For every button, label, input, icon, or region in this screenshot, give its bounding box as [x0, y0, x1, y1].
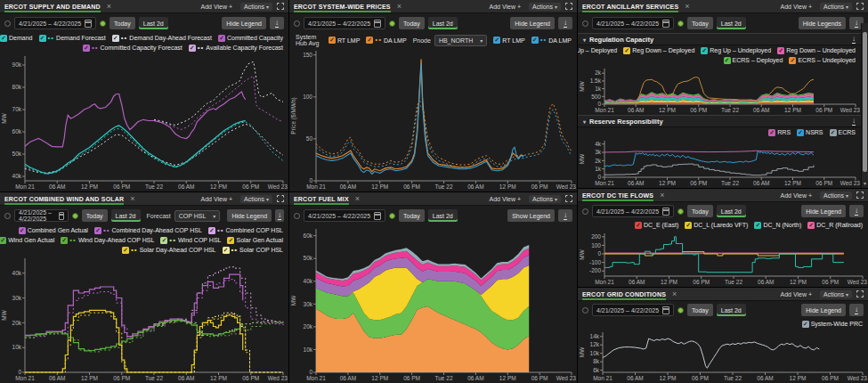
expand-icon[interactable]	[856, 3, 864, 10]
fuel-mix-chart[interactable]: Mon 2106 AM12 PM06 PMTue 2206 AM12 PM06 …	[289, 225, 577, 383]
checkbox[interactable]: ✓	[208, 227, 215, 234]
add-view-button[interactable]: Add View +	[486, 3, 524, 11]
calendar-icon[interactable]	[85, 20, 92, 28]
checkbox[interactable]: ✓	[777, 47, 784, 54]
add-view-button[interactable]: Add View +	[198, 3, 236, 11]
hide-legends-button[interactable]: Hide Legends	[799, 17, 846, 29]
legend-item[interactable]: ✓••Demand Day-Ahead Forecast	[112, 35, 212, 42]
radio-button[interactable]	[582, 20, 588, 27]
checkbox[interactable]: ✓	[789, 57, 796, 64]
expand-icon[interactable]	[565, 195, 572, 202]
checkbox[interactable]: ✓	[223, 247, 230, 254]
checkbox[interactable]: ✓	[493, 37, 500, 44]
checkbox[interactable]: ✓	[329, 37, 336, 44]
pnode-dropdown[interactable]: HB_NORTH▾	[434, 35, 487, 46]
close-icon[interactable]: ×	[685, 3, 689, 11]
legend-item[interactable]: ✓••Solar Day-Ahead COP HSL	[122, 247, 215, 254]
actions-button[interactable]: Actions▾	[820, 290, 852, 298]
legend-item[interactable]: ✓Reg Up – Undeployed	[701, 47, 771, 54]
close-icon[interactable]: ×	[130, 195, 134, 203]
checkbox[interactable]: ✓	[189, 45, 196, 52]
legend-item[interactable]: ✓Solar Gen Actual	[227, 237, 283, 244]
download-button[interactable]: ↓	[849, 304, 864, 316]
legend-item[interactable]: ✓••DA LMP	[366, 37, 406, 44]
dc-tie-flows-chart[interactable]: Mon 2106 AM12 PM06 PMTue 2206 AM12 PM06 …	[578, 230, 868, 287]
checkbox[interactable]: ✓	[39, 35, 46, 42]
date-range-input[interactable]: 4/21/2025 – 4/22/2025	[304, 17, 385, 29]
checkbox[interactable]: ✓	[227, 237, 234, 244]
hide-legend-button[interactable]: Hide Legend	[801, 304, 846, 316]
scrollbar-thumb[interactable]	[863, 32, 867, 172]
checkbox[interactable]: ✓	[830, 129, 837, 136]
hide-legend-button[interactable]: Hide Legend	[801, 205, 846, 217]
legend-item[interactable]: ✓••Demand Forecast	[39, 35, 106, 42]
date-range-input[interactable]: 4/21/2025 – 4/22/2025	[14, 209, 69, 222]
last-2d-button[interactable]: Last 2d	[111, 209, 141, 222]
hide-legend-button[interactable]: Hide Legend	[510, 17, 555, 29]
radio-button[interactable]	[294, 20, 300, 27]
calendar-icon[interactable]	[374, 212, 381, 220]
legend-item[interactable]: ✓Reg Down – Deployed	[623, 47, 694, 54]
legend-item[interactable]: ✓Committed Capacity	[218, 35, 283, 42]
legend-item[interactable]: ✓DC_L (Laredo VFT)	[685, 222, 748, 229]
last-2d-button[interactable]: Last 2d	[139, 17, 168, 29]
calendar-icon[interactable]	[662, 208, 669, 216]
scroll-down-arrow-icon[interactable]: ▾	[862, 180, 868, 186]
checkbox[interactable]: ✓	[112, 35, 119, 42]
legend-item[interactable]: ✓DC_E (East)	[635, 222, 678, 229]
expand-icon[interactable]	[856, 290, 864, 297]
actions-button[interactable]: Actions▾	[820, 192, 852, 200]
legend-item[interactable]: ✓DC_R (Railroad)	[807, 222, 863, 229]
actions-button[interactable]: Actions▾	[240, 195, 272, 203]
section-header-reserve-responsibility[interactable]: ▾ Reserve Responsibility ↓	[578, 115, 861, 127]
checkbox[interactable]: ✓	[0, 35, 7, 42]
legend-item[interactable]: ✓••Solar COP HSL	[223, 247, 284, 254]
calendar-icon[interactable]	[662, 306, 669, 314]
close-icon[interactable]: ×	[672, 290, 677, 298]
checkbox[interactable]: ✓	[797, 129, 804, 136]
checkbox[interactable]: ✓	[218, 35, 225, 42]
today-button[interactable]: Today	[82, 209, 108, 222]
last-2d-button[interactable]: Last 2d	[717, 304, 746, 316]
reserve-responsibility-chart[interactable]: Mon 2106 AM12 PM06 PMTue 2206 AM12 PM06 …	[578, 137, 861, 188]
download-button[interactable]: ↓	[275, 209, 284, 222]
legend-item[interactable]: ✓••Available Capacity Forecast	[189, 45, 283, 52]
close-icon[interactable]: ×	[107, 3, 111, 11]
legend-item[interactable]: ✓Reg Up – Deployed	[578, 47, 617, 54]
checkbox[interactable]: ✓	[685, 222, 692, 229]
last-2d-button[interactable]: Last 2d	[717, 17, 746, 29]
scrollbar[interactable]: ▾	[861, 23, 868, 188]
radio-button[interactable]	[582, 307, 588, 314]
expand-icon[interactable]	[277, 195, 284, 202]
download-button[interactable]: ↓	[558, 209, 572, 222]
date-range-input[interactable]: 4/21/2025 – 4/22/2025	[592, 304, 674, 316]
legend-item[interactable]: ✓Demand	[0, 35, 32, 42]
today-button[interactable]: Today	[399, 17, 425, 29]
legend-item[interactable]: ✓••Wind COP HSL	[160, 237, 221, 244]
actions-button[interactable]: Actions▾	[529, 195, 561, 203]
today-button[interactable]: Today	[399, 209, 425, 222]
today-button[interactable]: Today	[687, 205, 713, 217]
download-icon[interactable]: ↓	[852, 118, 856, 126]
checkbox[interactable]: ✓	[802, 321, 809, 328]
checkbox[interactable]: ✓	[83, 45, 90, 52]
regulation-capacity-chart[interactable]: Mon 2106 AM12 PM06 PMTue 2206 AM12 PM06 …	[578, 65, 861, 115]
checkbox[interactable]: ✓	[768, 129, 775, 136]
grid-conditions-chart[interactable]: Mon 2106 AM12 PM06 PMTue 2206 AM12 PM06 …	[578, 329, 868, 383]
download-button[interactable]: ↓	[270, 17, 284, 29]
legend-item[interactable]: ✓ECRS – Undeployed	[789, 57, 856, 64]
legend-item[interactable]: ✓ECRS	[830, 129, 856, 136]
legend-item[interactable]: ✓Combined Gen Actual	[19, 227, 88, 234]
calendar-icon[interactable]	[374, 20, 381, 28]
close-icon[interactable]: ×	[397, 3, 402, 11]
date-range-input[interactable]: 4/21/2025 – 4/22/2025	[592, 205, 674, 217]
checkbox[interactable]: ✓	[122, 247, 129, 254]
add-view-button[interactable]: Add View +	[777, 290, 815, 298]
last-2d-button[interactable]: Last 2d	[428, 17, 458, 29]
download-icon[interactable]: ↓	[852, 36, 856, 44]
date-range-input[interactable]: 4/21/2025 – 4/22/2025	[592, 17, 674, 29]
checkbox[interactable]: ✓	[160, 237, 167, 244]
wind-solar-chart[interactable]: Mon 2106 AM12 PM06 PMTue 2206 AM12 PM06 …	[0, 255, 288, 383]
legend-item[interactable]: ✓Wind Gen Actual	[0, 237, 54, 244]
show-legend-button[interactable]: Show Legend	[507, 209, 555, 222]
